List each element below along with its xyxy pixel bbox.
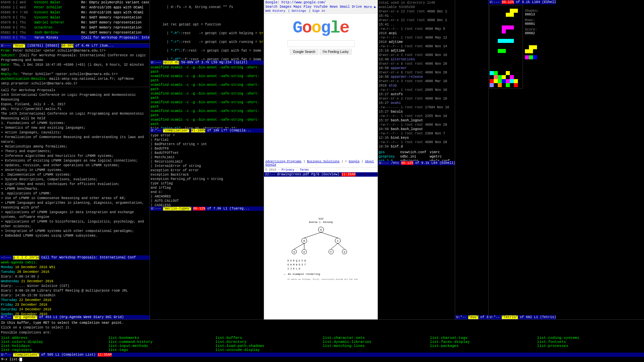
completion-item[interactable]: list-coding-systems	[537, 336, 643, 340]
google-advertising-link[interactable]: Advertising Programs	[265, 160, 302, 163]
files-grid: gss gssprosy gtk-2.0 gtk-3.0 host.conf o…	[379, 150, 454, 161]
google-search-link[interactable]: Search	[265, 5, 277, 9]
google-logo: Google	[292, 18, 349, 38]
email-row[interactable]: 65845 1 { Wed Vincent Balat Re: Empty po…	[0, 0, 150, 5]
svg-rect-58	[514, 83, 518, 87]
completion-item[interactable]: list-load-path-shadows	[215, 344, 321, 348]
agenda-content: week-agenda (W51): Monday 19 December 20…	[0, 260, 150, 315]
completion-item[interactable]: list-abbrevs	[1, 336, 107, 340]
svg-rect-59	[529, 45, 533, 49]
svg-rect-63	[525, 55, 529, 59]
svg-text:B: B	[303, 239, 305, 242]
tetris-game-area: Shapes: 00013 Rows: 00001 Score: 00082	[489, 4, 556, 315]
svg-rect-27	[510, 9, 514, 13]
svg-rect-31	[502, 25, 506, 29]
google-maps-link[interactable]: Maps	[293, 5, 302, 9]
completion-item[interactable]: list-directory	[215, 340, 321, 344]
google-ads: Advertising Programs | Business Solution…	[264, 159, 378, 167]
google-terms-link[interactable]: Terms	[300, 168, 309, 172]
tetris-shapes: 00013	[525, 13, 549, 16]
email-row[interactable]: 65866 1 { Wed Peter Schöller Re: Android…	[0, 5, 150, 10]
completion-item[interactable]: list-unicode-display	[215, 348, 321, 352]
svg-rect-41	[490, 79, 494, 83]
svg-rect-52	[490, 71, 494, 75]
email-list: 65845 1 { Wed Vincent Balat Re: Empty po…	[0, 0, 150, 44]
completion-item[interactable]: list-tags	[108, 348, 214, 352]
completion-item[interactable]: list-input-methods	[108, 344, 214, 348]
google-more-link[interactable]: More ▶	[364, 5, 376, 9]
completion-item[interactable]: list-dynamic-libraries	[323, 340, 429, 344]
google-drive-link[interactable]: Drive	[352, 5, 362, 9]
google-youtube-link[interactable]: YouTube	[314, 5, 328, 9]
google-search-button[interactable]: Google Search	[290, 49, 318, 55]
google-search-buttons: Google Search I'm Feeling Lucky	[290, 49, 352, 55]
tetris-modeline: U:*-- *Tetris* of 682 L1 (Tetris) Text11…	[489, 315, 556, 319]
completion-item[interactable]: list-buffers	[215, 336, 321, 340]
google-settings-bar: Web History | Settings | Sign in	[265, 9, 376, 13]
completion-click-hint: Click on a completion to select it.	[1, 325, 643, 330]
google-news-link[interactable]: News	[330, 5, 338, 9]
svg-text:A: A	[320, 228, 322, 231]
completion-item[interactable]: list-packages	[430, 344, 536, 348]
google-play-link[interactable]: Play	[304, 5, 312, 9]
completion-modeline: U:*-- *Completions* of 505 L1 (Completio…	[0, 353, 644, 357]
google-web-history-link[interactable]: Web History	[265, 9, 285, 13]
google-settings-link[interactable]: | Settings	[288, 9, 306, 13]
completion-item[interactable]: list-command-history	[108, 340, 214, 344]
google-lucky-button[interactable]: I'm Feeling Lucky	[320, 49, 352, 55]
email-row[interactable]: 65885 R < 7:00 Vincent Balat Re: Android…	[0, 10, 150, 15]
euu-modeline: U:*-- *euu* of 329 L14 (euu) 11:35PM	[455, 315, 488, 319]
svg-rect-49	[498, 75, 502, 79]
email-row[interactable]: 65878 0 { Thu Vincent Balat Re: GADT mem…	[0, 15, 150, 20]
email-row-selected[interactable]: 65883 0 { Thu Yaron Minsky [Call for Wor…	[0, 35, 150, 40]
google-business-link[interactable]: Business Solutions	[307, 160, 339, 163]
completion-item[interactable]: list-matching-lines	[323, 344, 429, 348]
google-images-link[interactable]: Images	[279, 5, 291, 9]
tetris-panel: U:--- 00-12% of 9.1k L184 (EShell)	[489, 0, 556, 319]
svg-rect-48	[494, 75, 498, 79]
org-agenda-modeline: U:*-- *Org Agenda* of 453 L1 (Org-Agenda…	[0, 315, 150, 319]
google-gmail-link[interactable]: Gmail	[340, 5, 350, 9]
svg-rect-61	[525, 49, 529, 53]
drawing-trees-svg: 532 Andrew J. Kennedy A B C	[284, 215, 358, 282]
minibuffer-prompt: M-x list-	[1, 358, 19, 361]
google-signin-link[interactable]: | Sign in	[309, 9, 325, 13]
svg-text:E: E	[303, 251, 305, 253]
email-row[interactable]: 65879 0 { Thu Gabriel Scherer Re: GADT m…	[0, 20, 150, 25]
svg-text:Andrew J. Kennedy: Andrew J. Kennedy	[309, 221, 333, 224]
completion-item[interactable]: list-registers	[1, 348, 107, 352]
tetris-svg	[490, 5, 523, 89]
svg-rect-40	[502, 49, 506, 53]
svg-text:G H M N O S T: G H M N O S T	[287, 263, 306, 266]
svg-rect-42	[494, 79, 498, 83]
drawing-trees-content: 532 Andrew J. Kennedy A B C	[264, 177, 378, 319]
google-privacy-link[interactable]: Privacy	[282, 168, 294, 172]
completion-item[interactable]: list-fontsets	[537, 340, 643, 344]
completion-item[interactable]: list-holidays	[1, 344, 107, 348]
tetris-rows: 00001	[525, 22, 549, 26]
google-search-input[interactable]	[287, 40, 355, 47]
completion-item[interactable]: list-bookmarks	[108, 336, 214, 340]
svg-rect-34	[502, 29, 506, 34]
svg-rect-64	[529, 55, 533, 59]
completion-item[interactable]: list-colors-display	[1, 340, 107, 344]
svg-rect-60	[533, 45, 537, 49]
merlin-modeline: U:--- *merlin-types* 00-12% of 7.6k L1 (…	[150, 206, 264, 211]
completion-item[interactable]: list-processes	[537, 344, 643, 348]
svg-rect-28	[514, 9, 518, 13]
svg-rect-44	[502, 79, 506, 83]
svg-text:F: F	[330, 251, 331, 253]
svg-rect-35	[498, 39, 502, 43]
completion-item[interactable]: list-character-sets	[323, 336, 429, 340]
svg-rect-57	[506, 83, 510, 87]
svg-text:It works as follows. First, re: It works as follows. First, recursively …	[287, 278, 358, 281]
drawing-trees-modeline: 22:-- drawingtrees.pdf Pg/8 (DocView) 11…	[264, 172, 378, 177]
email-row[interactable]: 65880 0 { Thu octachron Re: GADT memory …	[0, 25, 150, 30]
google-plus-link[interactable]: Google	[348, 160, 359, 163]
completion-possible-text: Possible completions are:	[1, 330, 643, 335]
files-panel: total used in directory 1140 available 5…	[378, 0, 455, 319]
email-modeline: U:--- *Gnus* (158761) [65883] 80-90% of …	[0, 44, 150, 48]
completion-item[interactable]: list-charset-tags	[430, 336, 536, 340]
completion-item[interactable]: list-faces-display	[430, 340, 536, 344]
email-row[interactable]: 65881 0 { Thu Josh Berdine Re: GADT memo…	[0, 30, 150, 35]
